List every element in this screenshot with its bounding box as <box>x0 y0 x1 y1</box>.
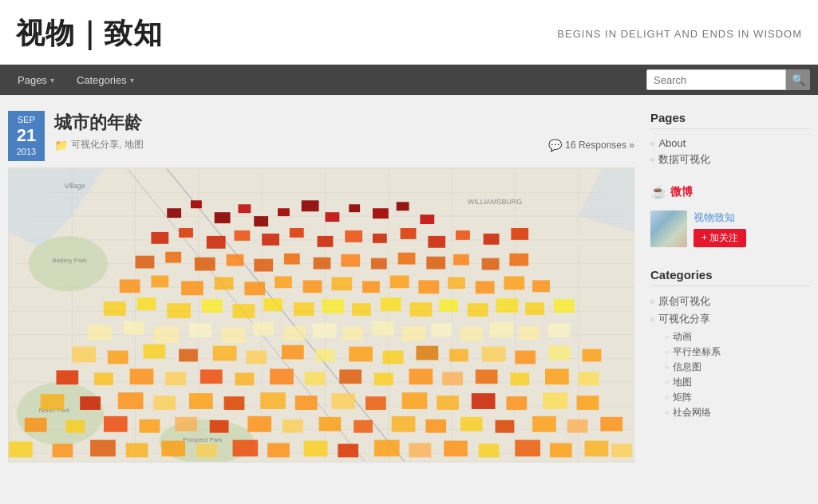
sidebar-subcategory-matrix[interactable]: 矩阵 <box>665 390 810 405</box>
sidebar-subcategory-map-link[interactable]: 地图 <box>673 376 692 389</box>
svg-rect-176 <box>425 419 446 433</box>
map-svg: Battery Park Nolan Park Prospect Park <box>9 168 634 462</box>
weibo-name[interactable]: 视物致知 <box>694 211 746 225</box>
post-responses[interactable]: 16 Responses » <box>565 140 634 151</box>
svg-rect-75 <box>448 277 465 289</box>
sidebar-subcategory-parallel-link[interactable]: 平行坐标系 <box>673 345 721 359</box>
svg-rect-118 <box>108 351 128 364</box>
svg-rect-152 <box>153 396 176 410</box>
post-meta: 📁 可视化分享, 地图 💬 16 Responses » <box>54 138 634 152</box>
svg-rect-192 <box>374 440 400 457</box>
sidebar-subcategory-animation[interactable]: 动画 <box>665 329 810 345</box>
sidebar-subcategory-social[interactable]: 社会网络 <box>665 405 810 420</box>
svg-rect-64 <box>120 279 140 293</box>
svg-rect-27 <box>238 204 251 213</box>
svg-rect-94 <box>554 299 575 313</box>
sidebar-subcategory-map[interactable]: 地图 <box>665 375 810 390</box>
svg-rect-62 <box>482 258 500 270</box>
svg-rect-25 <box>191 200 202 208</box>
svg-rect-124 <box>316 349 335 362</box>
nav-left: Pages ▾ Categories ▾ <box>8 69 144 91</box>
sidebar-category-original[interactable]: 原创可视化 <box>650 293 810 310</box>
svg-rect-154 <box>224 396 245 410</box>
svg-rect-183 <box>53 444 73 458</box>
svg-rect-63 <box>509 254 528 266</box>
sidebar-categories-list: 原创可视化 可视化分享 <box>650 293 810 328</box>
sidebar-page-dataviz-link[interactable]: 数据可视化 <box>658 152 710 167</box>
svg-rect-190 <box>304 441 328 457</box>
nav-categories[interactable]: Categories ▾ <box>67 69 144 91</box>
svg-rect-66 <box>181 281 204 295</box>
svg-rect-76 <box>476 281 495 293</box>
svg-rect-69 <box>275 276 292 288</box>
svg-rect-77 <box>504 276 524 289</box>
svg-rect-186 <box>161 441 185 457</box>
svg-rect-182 <box>9 442 33 458</box>
svg-rect-135 <box>130 368 154 384</box>
svg-rect-134 <box>94 372 113 385</box>
post-categories[interactable]: 可视化分享, 地图 <box>71 138 144 152</box>
sidebar-subcategory-infographic-link[interactable]: 信息图 <box>673 360 701 374</box>
svg-rect-191 <box>338 444 358 458</box>
sidebar-category-share[interactable]: 可视化分享 <box>650 310 810 328</box>
svg-rect-181 <box>600 417 622 431</box>
svg-rect-166 <box>65 420 85 433</box>
svg-rect-107 <box>460 327 483 341</box>
site-title[interactable]: 视物｜致知 <box>16 14 163 53</box>
post-title[interactable]: 城市的年龄 <box>54 111 634 135</box>
svg-rect-155 <box>260 392 286 409</box>
svg-rect-151 <box>118 392 144 409</box>
sidebar-subcategory-matrix-link[interactable]: 矩阵 <box>673 391 692 404</box>
svg-rect-137 <box>200 369 223 384</box>
svg-rect-59 <box>398 253 416 265</box>
svg-rect-157 <box>331 393 355 409</box>
sidebar-subcategory-parallel[interactable]: 平行坐标系 <box>665 345 810 360</box>
svg-rect-56 <box>314 258 331 270</box>
weibo-icon: ☕ <box>650 184 666 199</box>
svg-rect-24 <box>167 208 181 218</box>
svg-rect-34 <box>397 202 409 211</box>
svg-rect-55 <box>284 254 300 265</box>
date-badge: Sep 21 2013 <box>8 111 45 161</box>
weibo-follow-button[interactable]: + 加关注 <box>694 229 746 247</box>
svg-rect-121 <box>213 346 237 361</box>
svg-rect-79 <box>104 301 126 316</box>
svg-rect-161 <box>472 393 496 409</box>
sidebar-subcategory-infographic[interactable]: 信息图 <box>665 360 810 375</box>
svg-rect-44 <box>373 234 387 243</box>
svg-rect-60 <box>426 257 445 270</box>
svg-rect-29 <box>278 208 290 216</box>
svg-rect-106 <box>431 323 452 337</box>
svg-rect-172 <box>283 419 303 433</box>
sidebar-subcategory-animation-link[interactable]: 动画 <box>673 330 692 344</box>
svg-rect-131 <box>548 346 571 360</box>
svg-rect-125 <box>349 347 373 362</box>
search-button[interactable]: 🔍 <box>786 69 810 90</box>
svg-rect-83 <box>232 304 255 318</box>
sidebar-page-dataviz[interactable]: 数据可视化 <box>650 151 810 168</box>
nav-pages[interactable]: Pages ▾ <box>8 69 64 91</box>
sidebar-page-about-link[interactable]: About <box>658 137 686 149</box>
sidebar-categories-section: Categories 原创可视化 可视化分享 动画 平行坐标系 信息图 <box>650 268 810 420</box>
sidebar-page-about[interactable]: About <box>650 136 810 151</box>
svg-rect-43 <box>345 230 362 242</box>
svg-rect-71 <box>331 277 352 290</box>
sidebar-subcategory-social-link[interactable]: 社会网络 <box>673 406 711 419</box>
svg-rect-185 <box>126 443 148 458</box>
svg-rect-100 <box>253 322 274 336</box>
svg-rect-156 <box>295 396 318 410</box>
nav-categories-label: Categories <box>77 74 127 86</box>
svg-rect-126 <box>383 351 404 364</box>
search-input[interactable] <box>646 69 786 90</box>
svg-rect-143 <box>409 368 433 384</box>
sidebar-pages-title: Pages <box>650 111 810 129</box>
sidebar-category-original-link[interactable]: 原创可视化 <box>658 294 710 309</box>
svg-rect-40 <box>262 234 279 246</box>
nav-categories-arrow: ▾ <box>130 76 134 85</box>
svg-rect-127 <box>416 346 438 360</box>
weibo-header: ☕ 微博 <box>650 184 810 199</box>
svg-rect-148 <box>579 372 599 385</box>
svg-rect-168 <box>140 419 160 433</box>
svg-rect-72 <box>362 281 380 293</box>
sidebar-category-share-link[interactable]: 可视化分享 <box>658 312 710 326</box>
